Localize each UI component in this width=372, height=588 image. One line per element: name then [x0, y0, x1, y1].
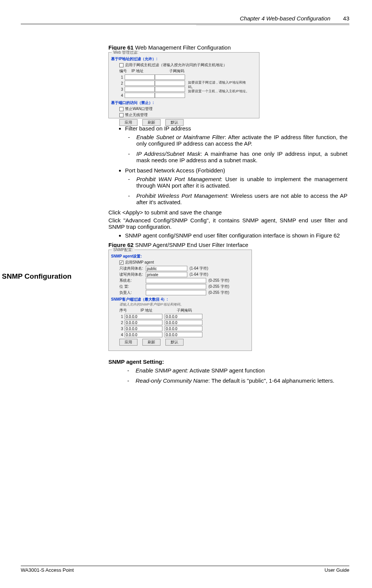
desc: Activate SNMP agent function [188, 367, 265, 374]
contact-hint: (0-255 字符) [208, 290, 229, 295]
page-number: 43 [339, 15, 349, 22]
term: Enable SNMP agent: [136, 367, 188, 374]
footer-left: WA3001-S Access Point [21, 567, 74, 573]
snmp-agent-setting-heading: SNMP agent Setting: [108, 358, 164, 365]
bullet-port-access: Port based Network Access (Forbidden) Pr… [125, 167, 347, 205]
snmp-config-heading: SNMP Configuration [2, 272, 71, 281]
sysname-hint: (0-255 字符) [208, 278, 229, 283]
prohibit-wan-label: 禁止WAN口管理 [125, 106, 153, 112]
hint-host: 如要设置一个主机，请输入主机IP地址。 [188, 89, 250, 94]
bullet-port-access-text: Port based Network Access (Forbidden) [125, 167, 225, 174]
row-num: 3 [119, 87, 125, 92]
location-hint: (0-255 字符) [208, 284, 229, 289]
client-mask-4[interactable] [165, 332, 202, 337]
mask-input-4[interactable] [155, 93, 185, 98]
prohibit-wlan-checkbox[interactable] [119, 113, 123, 117]
term: Read-only Community Name [136, 377, 208, 384]
header-rule [21, 24, 349, 24]
default-button[interactable]: 默认 [165, 339, 184, 346]
apply-button[interactable]: 应用 [119, 339, 137, 346]
snmp-client-hint: 请输入允许的SNMP客户端IP地址和掩码。 [119, 302, 249, 307]
col-ip: IP 地址 [131, 68, 159, 74]
row-num: 2 [119, 81, 125, 85]
bullet-snmp-interface: SNMP agent config/SNMP end user filter c… [125, 232, 347, 239]
default-button[interactable]: 默认 [165, 119, 184, 126]
bullet-prohibit-wireless: Prohibit Wireless Port Management: Wirel… [136, 192, 347, 205]
term: Prohibit WAN Port Management [136, 176, 221, 182]
row-num: 1 [119, 75, 125, 79]
row-num: 4 [119, 93, 125, 98]
ip-input-3[interactable] [125, 87, 155, 92]
col-ip: IP 地址 [128, 308, 165, 313]
bullet-enable-snmp: Enable SNMP agent: Activate SNMP agent f… [136, 367, 347, 374]
refresh-button[interactable]: 刷新 [142, 119, 161, 126]
ip-filter-heading: 基于IP地址的过滤（允许）: [111, 56, 257, 62]
client-mask-3[interactable] [165, 326, 202, 331]
location-label: 位 置: [119, 284, 146, 289]
mask-input-2[interactable] [155, 81, 185, 86]
figure62-text: SNMP Agent/SNMP End User Filter Interfac… [134, 242, 249, 248]
location-input[interactable] [146, 284, 206, 289]
apply-instruction: Click <Apply> to submit and save the cha… [108, 209, 347, 216]
col-mask: 子网掩码 [165, 308, 203, 313]
ro-hint: (1-64 字符) [190, 266, 208, 271]
figure61-legend: Web 管理过滤: [112, 50, 140, 55]
apply-button[interactable]: 应用 [119, 119, 137, 126]
term: Enable Subnet or Mainframe Filter [136, 134, 225, 140]
ip-input-4[interactable] [125, 93, 155, 98]
rw-label: 读写共同体名: [119, 272, 146, 277]
snmp-intro: Click "Advanced Config/SNMP Config", it … [108, 217, 347, 230]
bullet-enable-subnet: Enable Subnet or Mainframe Filter: After… [136, 134, 347, 147]
desc: : The default is "public", 1-64 alphanum… [208, 377, 335, 384]
enable-snmp-label: 启用SNMP agent [125, 260, 154, 265]
figure62-caption: Figure 62 SNMP Agent/SNMP End User Filte… [108, 242, 347, 248]
mask-input-3[interactable] [155, 87, 185, 92]
bullet-ip-filter: Filter based on IP address Enable Subnet… [125, 125, 347, 163]
ro-label: 只读共同体名: [119, 266, 146, 271]
footer-right: User Guide [324, 567, 349, 573]
row-num: 1 [119, 315, 125, 319]
snmp-agent-heading: SNMP agent设置: [111, 254, 249, 259]
client-ip-4[interactable] [125, 332, 162, 337]
client-ip-3[interactable] [125, 326, 162, 331]
col-num: 编号 [119, 68, 127, 74]
prohibit-wlan-label: 禁止无线管理 [125, 112, 148, 118]
bullet-ip-subnet-mask: IP Address/Subnet Mask: A mainframe has … [136, 150, 347, 163]
row-num: 4 [119, 333, 125, 337]
bullet-prohibit-wan: Prohibit WAN Port Management: User is un… [136, 176, 347, 189]
bullet-ip-filter-text: Filter based on IP address [125, 125, 191, 132]
row-num: 2 [119, 321, 125, 325]
bullet-ro-community: Read-only Community Name: The default is… [136, 377, 347, 384]
figure61-text: Web Management Filter Configuration [134, 44, 231, 51]
ip-input-1[interactable] [125, 74, 155, 80]
col-mask: 子网掩码 [169, 68, 184, 74]
row-num: 3 [119, 327, 125, 331]
enable-subnet-checkbox[interactable] [119, 63, 123, 67]
enable-snmp-checkbox[interactable] [119, 261, 123, 265]
port-filter-heading: 基于端口的访问（禁止）: [111, 100, 257, 105]
enable-subnet-label: 启用子网或主机过滤（请输入授允许访问的子网或主机地址） [125, 62, 227, 68]
sysname-input[interactable] [146, 278, 206, 283]
sysname-label: 系统名: [119, 278, 146, 283]
client-ip-1[interactable] [125, 314, 162, 319]
rw-community-input[interactable] [146, 272, 187, 277]
term: Prohibit Wireless Port Management [136, 192, 227, 199]
contact-input[interactable] [146, 290, 206, 295]
prohibit-wan-checkbox[interactable] [119, 107, 123, 111]
figure62-legend: SNMP配置: [112, 247, 134, 253]
mask-input-1[interactable] [155, 74, 185, 80]
ro-community-input[interactable] [146, 266, 187, 271]
hint-subnet: 如要设置子网过滤，请输入IP地址和掩码。 [188, 81, 250, 89]
chapter-title: Chapter 4 Web-based Configuration [240, 15, 330, 22]
client-ip-2[interactable] [125, 320, 162, 325]
figure62-panel: SNMP配置: SNMP agent设置: 启用SNMP agent 只读共同体… [108, 250, 252, 351]
term: IP Address/Subnet Mask [136, 150, 201, 157]
contact-label: 负责人: [119, 290, 146, 295]
client-mask-2[interactable] [165, 320, 202, 325]
running-header: Chapter 4 Web-based Configuration 43 [21, 15, 349, 22]
ip-input-2[interactable] [125, 81, 155, 86]
client-mask-1[interactable] [165, 314, 202, 319]
snmp-client-heading: SNMP客户端过滤（最大数目 4）: [111, 297, 249, 302]
refresh-button[interactable]: 刷新 [142, 339, 161, 346]
figure61-caption: Figure 61 Web Management Filter Configur… [108, 44, 347, 51]
